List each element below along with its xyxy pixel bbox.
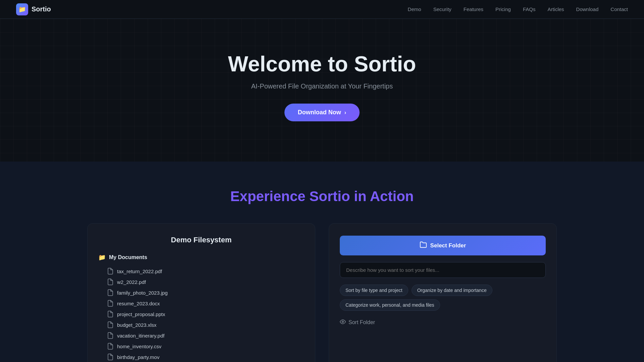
- navbar: 📁 Sortio DemoSecurityFeaturesPricingFAQs…: [0, 0, 644, 19]
- list-item: resume_2023.docx: [108, 298, 304, 309]
- file-name: resume_2023.docx: [117, 301, 160, 306]
- folder-name: My Documents: [109, 254, 147, 260]
- nav-item-download[interactable]: Download: [576, 6, 599, 12]
- download-now-button[interactable]: Download Now ›: [284, 104, 360, 121]
- demo-title-rest: in Action: [350, 188, 414, 204]
- file-icon: [108, 343, 114, 350]
- chip-1[interactable]: Organize by date and importance: [412, 285, 492, 296]
- list-item: budget_2023.xlsx: [108, 319, 304, 330]
- nav-item-faqs[interactable]: FAQs: [523, 6, 536, 12]
- nav-link-features[interactable]: Features: [464, 6, 483, 12]
- filesystem-title: Demo Filesystem: [98, 236, 304, 244]
- file-icon: [108, 321, 114, 328]
- nav-link-contact[interactable]: Contact: [610, 6, 628, 12]
- brand[interactable]: 📁 Sortio: [16, 3, 51, 15]
- file-name: budget_2023.xlsx: [117, 322, 157, 328]
- file-name: project_proposal.pptx: [117, 311, 165, 317]
- file-icon: [108, 332, 114, 339]
- file-name: w2_2022.pdf: [117, 279, 146, 285]
- chip-2[interactable]: Categorize work, personal, and media fil…: [340, 299, 440, 311]
- select-folder-label: Select Folder: [430, 242, 466, 249]
- demo-title: Experience Sortio in Action: [40, 188, 604, 204]
- sort-folder-label: Sort Folder: [348, 319, 375, 325]
- nav-link-demo[interactable]: Demo: [408, 6, 421, 12]
- folder-icon: 📁: [98, 254, 106, 261]
- list-item: family_photo_2023.jpg: [108, 287, 304, 298]
- file-icon: [108, 354, 114, 360]
- nav-link-pricing[interactable]: Pricing: [495, 6, 511, 12]
- nav-item-security[interactable]: Security: [433, 6, 451, 12]
- folder-svg-icon: [420, 241, 427, 250]
- nav-link-articles[interactable]: Articles: [547, 6, 564, 12]
- arrow-icon: ›: [344, 110, 346, 116]
- list-item: home_inventory.csv: [108, 341, 304, 352]
- sort-panel: Select Folder Sort by file type and proj…: [329, 223, 557, 362]
- file-icon: [108, 289, 114, 296]
- demo-title-plain: Experience: [230, 188, 310, 204]
- list-item: vacation_itinerary.pdf: [108, 330, 304, 341]
- nav-links: DemoSecurityFeaturesPricingFAQsArticlesD…: [408, 6, 628, 12]
- filesystem-panel: Demo Filesystem 📁 My Documents tax_retur…: [87, 223, 315, 362]
- file-icon: [108, 268, 114, 275]
- file-name: family_photo_2023.jpg: [117, 290, 168, 296]
- brand-icon: 📁: [16, 3, 28, 15]
- hero-section: Welcome to Sortio AI-Powered File Organi…: [0, 19, 644, 162]
- nav-item-demo[interactable]: Demo: [408, 6, 421, 12]
- list-item: tax_return_2022.pdf: [108, 266, 304, 277]
- hero-subtitle: AI-Powered File Organization at Your Fin…: [251, 82, 393, 90]
- eye-icon: [340, 319, 346, 326]
- demo-title-brand: Sortio: [309, 188, 350, 204]
- file-name: tax_return_2022.pdf: [117, 268, 162, 274]
- chip-container: Sort by file type and projectOrganize by…: [340, 285, 546, 311]
- file-icon: [108, 311, 114, 317]
- svg-point-0: [342, 321, 344, 323]
- list-item: birthday_party.mov: [108, 352, 304, 362]
- hero-title: Welcome to Sortio: [228, 52, 416, 76]
- file-list: tax_return_2022.pdf w2_2022.pdf family_p…: [98, 266, 304, 362]
- file-icon: [108, 300, 114, 307]
- download-now-label: Download Now: [298, 109, 341, 116]
- nav-link-faqs[interactable]: FAQs: [523, 6, 536, 12]
- nav-item-pricing[interactable]: Pricing: [495, 6, 511, 12]
- nav-link-security[interactable]: Security: [433, 6, 451, 12]
- sort-description-input[interactable]: [340, 262, 546, 278]
- demo-section: Experience Sortio in Action Demo Filesys…: [0, 162, 644, 362]
- nav-item-features[interactable]: Features: [464, 6, 483, 12]
- chip-0[interactable]: Sort by file type and project: [340, 285, 408, 296]
- select-folder-button[interactable]: Select Folder: [340, 236, 546, 255]
- list-item: w2_2022.pdf: [108, 277, 304, 287]
- sort-folder-button[interactable]: Sort Folder: [340, 317, 546, 327]
- folder-row: 📁 My Documents: [98, 254, 304, 261]
- list-item: project_proposal.pptx: [108, 309, 304, 319]
- nav-item-articles[interactable]: Articles: [547, 6, 564, 12]
- nav-item-contact[interactable]: Contact: [610, 6, 628, 12]
- file-name: home_inventory.csv: [117, 344, 161, 349]
- file-name: vacation_itinerary.pdf: [117, 333, 164, 339]
- demo-grid: Demo Filesystem 📁 My Documents tax_retur…: [87, 223, 557, 362]
- brand-name: Sortio: [32, 5, 51, 13]
- file-name: birthday_party.mov: [117, 354, 159, 360]
- nav-link-download[interactable]: Download: [576, 6, 599, 12]
- file-icon: [108, 279, 114, 285]
